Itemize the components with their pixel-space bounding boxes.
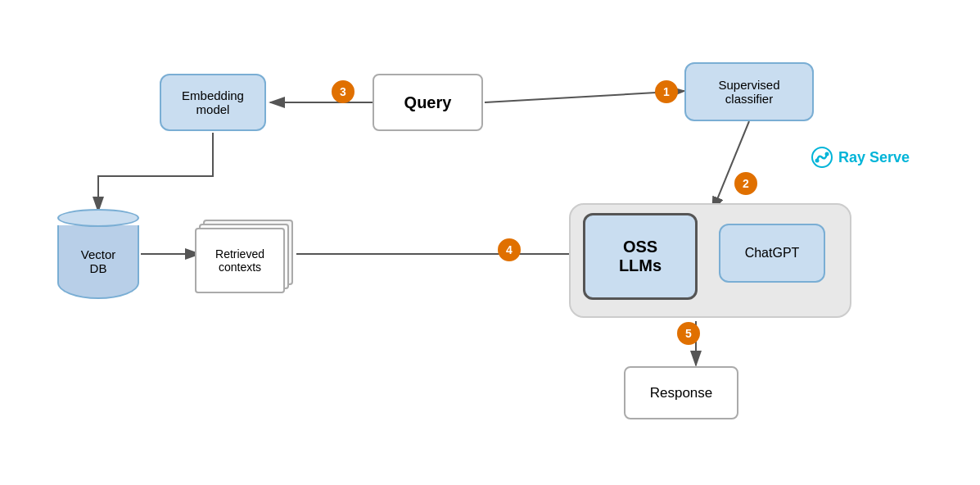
step-4-badge: 4 — [498, 238, 521, 261]
retrieved-contexts-label: Retrievedcontexts — [215, 247, 264, 274]
step-2-badge: 2 — [734, 172, 757, 195]
step-3-badge: 3 — [332, 80, 355, 103]
diagram: Ray Serve Embeddingmodel Query Supervise… — [0, 0, 980, 485]
paper-front: Retrievedcontexts — [195, 228, 285, 293]
embedding-model-label: Embeddingmodel — [182, 88, 244, 116]
supervised-classifier-node: Supervisedclassifier — [684, 62, 814, 121]
step-1-badge: 1 — [655, 80, 678, 103]
step-5-label: 5 — [685, 327, 692, 340]
cylinder-top — [57, 209, 139, 227]
embedding-model-node: Embeddingmodel — [160, 74, 266, 131]
ray-serve-logo: Ray Serve — [811, 146, 910, 169]
ray-serve-icon — [811, 146, 833, 169]
chatgpt-label: ChatGPT — [745, 246, 800, 261]
step-4-label: 4 — [506, 243, 513, 256]
chatgpt-node: ChatGPT — [719, 224, 825, 283]
svg-point-9 — [825, 152, 829, 156]
response-node: Response — [624, 366, 738, 419]
vector-db-node: VectorDB — [56, 209, 141, 299]
oss-llms-node: OSSLLMs — [583, 213, 698, 300]
cylinder-body: VectorDB — [57, 225, 139, 299]
svg-line-3 — [712, 121, 749, 211]
step-5-badge: 5 — [677, 322, 700, 345]
supervised-classifier-label: Supervisedclassifier — [718, 78, 779, 106]
vector-db-label: VectorDB — [81, 247, 116, 275]
ray-serve-label: Ray Serve — [838, 149, 910, 166]
response-label: Response — [650, 385, 713, 401]
svg-point-8 — [815, 159, 820, 163]
retrieved-contexts-node: Retrievedcontexts — [195, 220, 293, 293]
query-node: Query — [373, 74, 483, 131]
oss-llms-label: OSSLLMs — [619, 238, 662, 275]
step-1-label: 1 — [663, 85, 670, 98]
step-3-label: 3 — [340, 85, 346, 98]
query-label: Query — [404, 93, 452, 112]
step-2-label: 2 — [743, 177, 749, 190]
